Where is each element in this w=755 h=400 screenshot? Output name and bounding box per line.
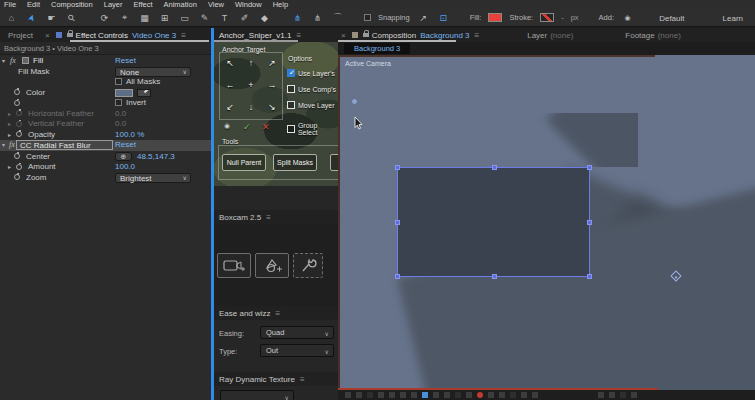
toolbar-mini-icon[interactable] (444, 392, 450, 398)
property-value[interactable]: 100.0 % (115, 130, 144, 140)
anchor-center-button[interactable]: + (244, 78, 258, 92)
panel-menu-icon[interactable]: ≡ (181, 31, 186, 40)
toolbar-mini-icon[interactable] (532, 392, 538, 398)
eyedropper-icon[interactable] (137, 89, 151, 97)
menu-edit[interactable]: Edit (27, 0, 40, 9)
twirl-icon[interactable]: ▸ (8, 109, 11, 119)
stroke-color-swatch[interactable] (540, 13, 554, 22)
breadcrumb[interactable]: Background 3 (344, 43, 410, 54)
workspace-default-button[interactable]: Default (659, 14, 684, 23)
reset-link[interactable]: Reset (115, 56, 136, 66)
fx-badge-icon[interactable]: fx (10, 56, 16, 66)
zoom-dropdown[interactable]: Brightest ∨ (115, 173, 191, 183)
camera-tool-icon[interactable]: ⌖ (118, 12, 131, 23)
effect-name[interactable]: CC Radial Fast Blur (16, 140, 113, 150)
panel-menu-icon[interactable]: ≡ (276, 309, 281, 318)
toolbar-mini-icon[interactable] (598, 392, 604, 398)
toolbar-mini-icon[interactable] (356, 392, 362, 398)
handle-middle-right[interactable] (587, 220, 592, 225)
toolbar-mini-icon[interactable] (433, 392, 439, 398)
pen-tool-icon[interactable]: ✎ (198, 13, 211, 23)
layer-handle-dot[interactable] (351, 98, 358, 105)
eye-icon[interactable]: ◉ (224, 122, 230, 130)
tab-effect-controls[interactable]: Effect Controls (76, 31, 128, 40)
selected-shape-layer[interactable] (397, 167, 590, 277)
twirl-icon[interactable]: ▸ (8, 130, 11, 140)
stopwatch-icon[interactable] (14, 174, 20, 180)
reset-link[interactable]: Reset (115, 140, 136, 150)
menu-view[interactable]: View (208, 0, 224, 9)
tab-footage[interactable]: Footage (625, 31, 654, 40)
puppet-advanced-tool-icon[interactable]: ⋔ (311, 13, 324, 23)
anchor-right-button[interactable]: → (265, 78, 279, 92)
mask-tool-icon[interactable]: ▦ (138, 13, 151, 23)
menu-composition[interactable]: Composition (51, 0, 93, 9)
stopwatch-icon[interactable] (14, 89, 20, 95)
toolbar-mini-icon[interactable] (455, 392, 461, 398)
effect-row-cc-radial-fast-blur[interactable]: ▾ fx CC Radial Fast Blur Reset (0, 140, 211, 151)
stroke-width-value[interactable]: - (561, 13, 564, 22)
tab-composition-name[interactable]: Background 3 (420, 31, 469, 40)
type-dropdown[interactable]: Out ∨ (260, 344, 334, 357)
menu-help[interactable]: Help (273, 0, 288, 9)
tab-layer[interactable]: Layer (527, 31, 547, 40)
snap-bounds-icon[interactable]: ⊡ (437, 13, 450, 23)
toolbar-mini-icon[interactable] (367, 392, 373, 398)
menu-file[interactable]: File (4, 0, 16, 9)
null-parent-button[interactable]: Null Parent (222, 154, 266, 171)
split-masks-button[interactable]: Split Masks (273, 154, 317, 171)
effect-row-fill[interactable]: ▾ fx Fill Reset (0, 56, 211, 66)
toolbar-mini-icon-record[interactable] (477, 392, 483, 398)
handle-bottom-right[interactable] (587, 274, 592, 279)
property-value[interactable]: 100.0 (115, 162, 135, 172)
anchor-bottom-left-button[interactable]: ↙ (223, 100, 237, 114)
easing-dropdown[interactable]: Quad ∨ (260, 326, 334, 339)
toolbar-mini-icon[interactable] (499, 392, 505, 398)
menu-effect[interactable]: Effect (133, 0, 152, 9)
property-value[interactable]: 48.5,147.3 (137, 152, 175, 162)
zoom-tool-icon[interactable]: ⚲ (63, 9, 79, 25)
toolbar-mini-icon[interactable] (389, 392, 395, 398)
close-icon[interactable]: × (41, 31, 54, 40)
effect-name[interactable]: Fill (33, 56, 43, 66)
use-comps-checkbox[interactable]: Use Comp's (287, 85, 336, 93)
hand-tool-icon[interactable]: ☛ (45, 13, 58, 23)
panel-menu-icon[interactable]: ≡ (297, 31, 302, 40)
pan-behind-tool-icon[interactable]: ⊞ (158, 13, 171, 23)
toolbar-mini-icon[interactable] (378, 392, 384, 398)
puppet-pin-tool-icon[interactable]: ⋔ (291, 13, 304, 23)
toolbar-mini-icon[interactable] (466, 392, 472, 398)
ease-and-wizz-tab[interactable]: Ease and wizz ≡ (214, 306, 338, 320)
snap-arrow-icon[interactable]: ↗ (417, 13, 430, 23)
panel-menu-icon[interactable]: ≡ (300, 375, 305, 384)
stopwatch-icon[interactable] (16, 131, 22, 137)
puppet-bend-tool-icon[interactable]: ⌒ (331, 11, 344, 24)
toolbar-mini-icon[interactable] (510, 392, 516, 398)
menu-animation[interactable]: Animation (164, 0, 197, 9)
stopwatch-icon[interactable] (14, 153, 20, 159)
boxcam-light-button[interactable] (255, 253, 289, 278)
handle-top-right[interactable] (587, 165, 592, 170)
toolbar-mini-icon[interactable] (609, 392, 615, 398)
handle-bottom-left[interactable] (395, 274, 400, 279)
boxcam-rig-button[interactable] (293, 253, 323, 278)
toolbar-mini-icon-active[interactable] (422, 392, 428, 398)
toolbar-mini-icon[interactable] (620, 392, 626, 398)
lock-icon[interactable] (363, 33, 369, 37)
panel-menu-icon[interactable]: ≡ (475, 31, 480, 40)
anchor-top-left-button[interactable]: ↖ (223, 56, 237, 70)
home-icon[interactable]: ⌂ (5, 13, 18, 23)
cancel-x-icon[interactable]: ✕ (262, 122, 270, 132)
twirl-icon[interactable]: ▾ (2, 56, 5, 66)
add-icon[interactable]: ◉ (621, 14, 634, 22)
tab-effect-controls-target[interactable]: Video One 3 (132, 31, 176, 40)
anchor-left-button[interactable]: ← (223, 78, 237, 92)
panel-divider-handle[interactable] (211, 28, 214, 400)
rectangle-tool-icon[interactable]: ▭ (178, 13, 191, 23)
lock-icon[interactable] (67, 33, 73, 37)
toolbar-mini-icon[interactable] (400, 392, 406, 398)
handle-top-center[interactable] (492, 165, 497, 170)
fill-color-swatch[interactable] (488, 13, 502, 22)
all-masks-checkbox[interactable] (115, 78, 122, 85)
fill-mask-dropdown[interactable]: None ∨ (115, 67, 191, 77)
